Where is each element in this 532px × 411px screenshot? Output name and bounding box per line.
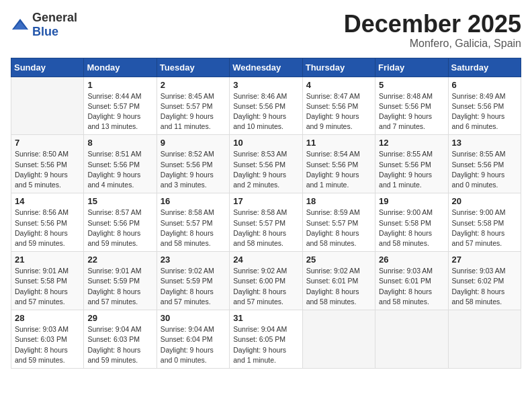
calendar-cell: 26Sunrise: 9:03 AMSunset: 6:01 PMDayligh… [375,252,448,310]
day-info: Sunrise: 9:03 AMSunset: 6:01 PMDaylight:… [379,266,444,307]
calendar-cell: 5Sunrise: 8:48 AMSunset: 5:56 PMDaylight… [375,77,448,135]
day-info: Sunrise: 9:01 AMSunset: 5:59 PMDaylight:… [87,266,152,307]
calendar-cell: 13Sunrise: 8:55 AMSunset: 5:56 PMDayligh… [448,135,521,193]
day-info: Sunrise: 8:58 AMSunset: 5:57 PMDaylight:… [233,208,298,248]
day-info: Sunrise: 9:03 AMSunset: 6:03 PMDaylight:… [15,324,80,365]
day-number: 7 [15,138,80,148]
title-area: December 2025 Monfero, Galicia, Spain [344,11,521,50]
day-number: 12 [379,138,444,148]
day-number: 28 [15,313,80,323]
day-number: 6 [452,80,517,90]
calendar-cell: 24Sunrise: 9:02 AMSunset: 6:00 PMDayligh… [230,252,302,310]
calendar-cell: 4Sunrise: 8:47 AMSunset: 5:56 PMDaylight… [302,77,375,135]
day-info: Sunrise: 8:44 AMSunset: 5:57 PMDaylight:… [87,91,152,132]
day-info: Sunrise: 9:01 AMSunset: 5:58 PMDaylight:… [15,266,80,307]
header: General Blue December 2025 Monfero, Gali… [11,11,521,50]
day-number: 3 [233,80,298,90]
day-info: Sunrise: 8:46 AMSunset: 5:56 PMDaylight:… [233,91,298,132]
calendar-cell: 21Sunrise: 9:01 AMSunset: 5:58 PMDayligh… [11,252,84,310]
day-number: 24 [233,255,298,265]
calendar-body: 1Sunrise: 8:44 AMSunset: 5:57 PMDaylight… [11,77,521,368]
calendar-cell: 8Sunrise: 8:51 AMSunset: 5:56 PMDaylight… [84,135,157,193]
calendar-day-header: Wednesday [230,58,302,77]
day-number: 2 [161,80,226,90]
day-info: Sunrise: 8:45 AMSunset: 5:57 PMDaylight:… [161,91,226,132]
calendar-cell: 19Sunrise: 9:00 AMSunset: 5:58 PMDayligh… [375,193,448,252]
day-number: 9 [161,138,226,148]
calendar-cell: 16Sunrise: 8:58 AMSunset: 5:57 PMDayligh… [157,193,229,252]
day-info: Sunrise: 8:52 AMSunset: 5:56 PMDaylight:… [161,149,226,190]
calendar-cell: 29Sunrise: 9:04 AMSunset: 6:03 PMDayligh… [84,310,157,369]
day-info: Sunrise: 9:04 AMSunset: 6:05 PMDaylight:… [233,324,298,365]
calendar-cell: 17Sunrise: 8:58 AMSunset: 5:57 PMDayligh… [230,193,302,252]
calendar-week-row: 1Sunrise: 8:44 AMSunset: 5:57 PMDaylight… [11,77,521,135]
day-number: 16 [161,196,226,206]
day-number: 17 [233,196,298,206]
day-number: 15 [87,196,152,206]
day-info: Sunrise: 9:04 AMSunset: 6:04 PMDaylight:… [161,324,226,365]
calendar-day-header: Sunday [11,58,84,77]
calendar-cell: 27Sunrise: 9:03 AMSunset: 6:02 PMDayligh… [448,252,521,310]
calendar-day-header: Tuesday [157,58,229,77]
calendar-cell: 20Sunrise: 9:00 AMSunset: 5:58 PMDayligh… [448,193,521,252]
calendar-week-row: 21Sunrise: 9:01 AMSunset: 5:58 PMDayligh… [11,252,521,310]
calendar-cell: 15Sunrise: 8:57 AMSunset: 5:56 PMDayligh… [84,193,157,252]
calendar-cell: 30Sunrise: 9:04 AMSunset: 6:04 PMDayligh… [157,310,229,369]
calendar-cell: 22Sunrise: 9:01 AMSunset: 5:59 PMDayligh… [84,252,157,310]
day-number: 23 [161,255,226,265]
day-info: Sunrise: 8:56 AMSunset: 5:56 PMDaylight:… [15,208,80,248]
calendar-week-row: 14Sunrise: 8:56 AMSunset: 5:56 PMDayligh… [11,193,521,252]
logo-general-text: General [32,11,77,24]
logo-icon [11,17,30,32]
day-number: 27 [452,255,517,265]
day-info: Sunrise: 9:02 AMSunset: 6:00 PMDaylight:… [233,266,298,307]
day-info: Sunrise: 8:50 AMSunset: 5:56 PMDaylight:… [15,149,80,190]
calendar-cell [375,310,448,369]
calendar-cell: 25Sunrise: 9:02 AMSunset: 6:01 PMDayligh… [302,252,375,310]
calendar-cell: 23Sunrise: 9:02 AMSunset: 5:59 PMDayligh… [157,252,229,310]
calendar-cell [302,310,375,369]
day-info: Sunrise: 8:53 AMSunset: 5:56 PMDaylight:… [233,149,298,190]
calendar-week-row: 7Sunrise: 8:50 AMSunset: 5:56 PMDaylight… [11,135,521,193]
day-number: 22 [87,255,152,265]
day-number: 8 [87,138,152,148]
day-info: Sunrise: 8:55 AMSunset: 5:56 PMDaylight:… [452,149,517,190]
calendar-day-header: Thursday [302,58,375,77]
day-number: 29 [87,313,152,323]
day-info: Sunrise: 9:02 AMSunset: 5:59 PMDaylight:… [161,266,226,307]
day-info: Sunrise: 9:00 AMSunset: 5:58 PMDaylight:… [379,208,444,248]
calendar-week-row: 28Sunrise: 9:03 AMSunset: 6:03 PMDayligh… [11,310,521,369]
day-number: 21 [15,255,80,265]
day-number: 4 [306,80,371,90]
calendar-cell: 6Sunrise: 8:49 AMSunset: 5:56 PMDaylight… [448,77,521,135]
day-info: Sunrise: 8:49 AMSunset: 5:56 PMDaylight:… [452,91,517,132]
location-title: Monfero, Galicia, Spain [344,38,521,50]
calendar-header-row: SundayMondayTuesdayWednesdayThursdayFrid… [11,58,521,77]
calendar-cell: 14Sunrise: 8:56 AMSunset: 5:56 PMDayligh… [11,193,84,252]
day-number: 14 [15,196,80,206]
day-number: 25 [306,255,371,265]
calendar-cell [448,310,521,369]
calendar-cell: 2Sunrise: 8:45 AMSunset: 5:57 PMDaylight… [157,77,229,135]
calendar-day-header: Monday [84,58,157,77]
day-info: Sunrise: 8:47 AMSunset: 5:56 PMDaylight:… [306,91,371,132]
day-number: 18 [306,196,371,206]
calendar-cell: 7Sunrise: 8:50 AMSunset: 5:56 PMDaylight… [11,135,84,193]
calendar-cell [11,77,84,135]
day-info: Sunrise: 9:03 AMSunset: 6:02 PMDaylight:… [452,266,517,307]
calendar-cell: 18Sunrise: 8:59 AMSunset: 5:57 PMDayligh… [302,193,375,252]
calendar-cell: 12Sunrise: 8:55 AMSunset: 5:56 PMDayligh… [375,135,448,193]
day-info: Sunrise: 9:02 AMSunset: 6:01 PMDaylight:… [306,266,371,307]
day-number: 31 [233,313,298,323]
day-info: Sunrise: 8:54 AMSunset: 5:56 PMDaylight:… [306,149,371,190]
day-number: 30 [161,313,226,323]
calendar-day-header: Saturday [448,58,521,77]
day-number: 13 [452,138,517,148]
day-number: 5 [379,80,444,90]
day-number: 26 [379,255,444,265]
calendar-day-header: Friday [375,58,448,77]
calendar-cell: 10Sunrise: 8:53 AMSunset: 5:56 PMDayligh… [230,135,302,193]
day-info: Sunrise: 8:48 AMSunset: 5:56 PMDaylight:… [379,91,444,132]
calendar-cell: 9Sunrise: 8:52 AMSunset: 5:56 PMDaylight… [157,135,229,193]
day-info: Sunrise: 9:00 AMSunset: 5:58 PMDaylight:… [452,208,517,248]
